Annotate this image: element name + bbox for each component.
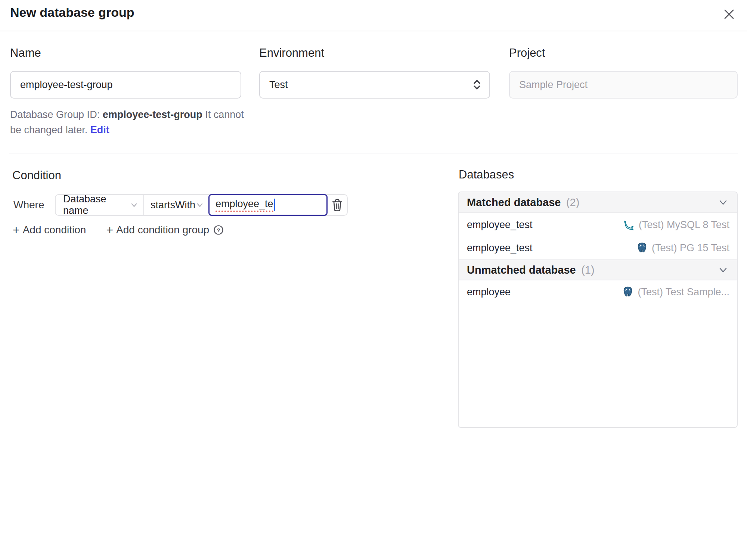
trash-icon: [331, 198, 344, 212]
unmatched-database-title: Unmatched database: [467, 264, 576, 276]
dialog-titlebar: New database group: [0, 0, 747, 31]
name-input[interactable]: [11, 79, 241, 91]
environment-select[interactable]: Test: [259, 71, 490, 99]
add-condition-group-button[interactable]: + Add condition group ?: [106, 224, 224, 236]
plus-icon: +: [106, 224, 113, 236]
where-label: Where: [13, 199, 44, 211]
chevron-down-icon: [195, 200, 204, 209]
condition-row: Database name startsWith employee_te: [55, 194, 348, 216]
table-row: employee_test (Test) MySQL 8 Test: [459, 213, 737, 236]
condition-operator-select[interactable]: startsWith: [144, 195, 208, 215]
close-button[interactable]: [721, 6, 737, 22]
condition-value-text: employee_te: [216, 198, 273, 212]
page-title: New database group: [10, 5, 134, 20]
close-icon: [722, 7, 736, 21]
matched-database-header[interactable]: Matched database (2): [459, 192, 737, 213]
postgresql-icon: [622, 286, 634, 298]
unmatched-database-header[interactable]: Unmatched database (1): [459, 259, 737, 280]
mysql-icon: [623, 219, 635, 231]
condition-actions: + Add condition + Add condition group ?: [13, 224, 224, 236]
delete-condition-button[interactable]: [328, 195, 347, 215]
database-instance: (Test) MySQL 8 Test: [623, 219, 729, 231]
matched-database-count: (2): [566, 196, 579, 208]
databases-panel: Matched database (2) employee_test (Test…: [458, 192, 738, 428]
name-field-wrapper: [10, 71, 241, 99]
condition-heading: Condition: [12, 169, 61, 182]
environment-value: Test: [269, 79, 288, 91]
edit-id-link[interactable]: Edit: [90, 124, 109, 136]
condition-field-select[interactable]: Database name: [56, 195, 144, 215]
table-row: employee_test (Test) PG 15 Test: [459, 236, 737, 259]
chevron-down-icon: [717, 197, 729, 208]
project-value: Sample Project: [519, 79, 588, 91]
database-name: employee_test: [467, 219, 533, 231]
plus-icon: +: [13, 224, 20, 236]
svg-text:?: ?: [217, 227, 220, 233]
add-condition-button[interactable]: + Add condition: [13, 224, 86, 236]
database-name: employee_test: [467, 242, 533, 254]
table-row: employee (Test) Test Sample...: [459, 280, 737, 304]
databases-heading: Databases: [459, 168, 514, 181]
postgresql-icon: [636, 242, 648, 254]
condition-value-input[interactable]: employee_te: [208, 194, 328, 216]
section-divider: [9, 153, 738, 153]
unmatched-database-count: (1): [581, 264, 594, 276]
help-icon[interactable]: ?: [213, 224, 224, 236]
selector-icon: [472, 79, 482, 90]
chevron-down-icon: [717, 264, 729, 276]
project-field: Sample Project: [509, 71, 738, 99]
project-label: Project: [509, 46, 545, 60]
database-name: employee: [467, 286, 511, 298]
database-group-id-value: employee-test-group: [103, 109, 202, 120]
database-instance: (Test) Test Sample...: [622, 286, 729, 298]
text-caret: [274, 199, 275, 211]
database-group-id-note: Database Group ID: employee-test-group I…: [10, 107, 245, 138]
database-instance: (Test) PG 15 Test: [636, 242, 729, 254]
new-database-group-dialog: New database group Name Environment Proj…: [0, 0, 747, 560]
chevron-down-icon: [130, 200, 139, 209]
name-label: Name: [10, 46, 41, 60]
matched-database-title: Matched database: [467, 196, 561, 208]
environment-label: Environment: [259, 46, 324, 60]
